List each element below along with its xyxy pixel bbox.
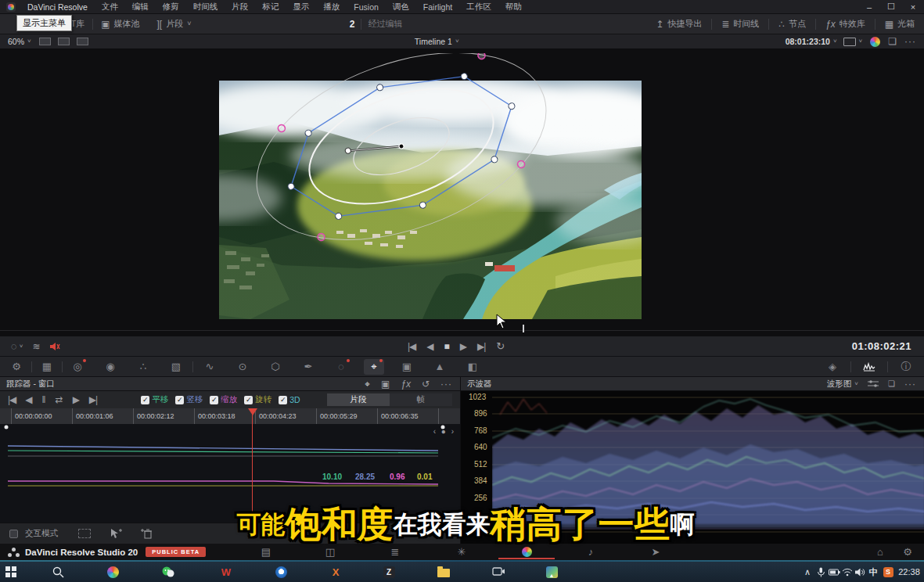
scope-expand-icon[interactable]: ❏ — [888, 380, 895, 388]
window-outline-toggle-icon[interactable]: ◌ — [11, 341, 17, 351]
menu-color[interactable]: 调色 — [386, 2, 416, 13]
quick-export-button[interactable]: ↥ 快捷导出 — [656, 18, 702, 30]
search-button[interactable] — [49, 563, 67, 580]
monitor-icon[interactable] — [843, 38, 856, 46]
tab-clip[interactable]: 片段 — [327, 393, 390, 406]
taskbar-app-browser-icon[interactable] — [271, 563, 290, 580]
scope-options-menu-icon[interactable]: ··· — [904, 379, 916, 389]
mute-icon[interactable] — [49, 342, 60, 351]
tab-frame[interactable]: 帧 — [390, 393, 452, 406]
sogou-tray-icon[interactable]: S — [881, 562, 895, 582]
effects-library-button[interactable]: ƒx 特效库 — [825, 18, 865, 30]
clock[interactable]: 22:38 — [895, 562, 923, 582]
step-back-button[interactable]: ◀ — [426, 341, 433, 352]
sizing-palette[interactable]: ▦ — [37, 359, 57, 375]
reset-icon[interactable]: ↺ — [422, 379, 430, 389]
nodes-panel-button[interactable]: ∴ 节点 — [778, 18, 806, 30]
pause-button[interactable]: ‖ — [42, 395, 46, 404]
taskbar-app-wechat-icon[interactable] — [158, 563, 177, 580]
loop-button[interactable]: ↻ — [496, 340, 505, 352]
tracker-playhead-flag[interactable] — [248, 408, 257, 420]
go-to-end-button[interactable]: ▶| — [477, 341, 485, 352]
taskbar-app-photos-icon[interactable]: ▲ — [542, 563, 561, 580]
interactive-mode-checkbox[interactable] — [9, 530, 18, 538]
scopes-panel-icon[interactable] — [859, 359, 879, 375]
tracker-palette[interactable]: ⌖ — [364, 359, 384, 375]
minimize-button[interactable]: – — [858, 2, 880, 12]
track-bidirectional-button[interactable]: ⇄ — [56, 395, 63, 404]
tray-expand-chevron[interactable]: ∧ — [801, 562, 814, 582]
stop-button[interactable]: ■ — [444, 341, 449, 352]
scope-settings-icon[interactable] — [868, 380, 879, 388]
color-wheels-palette[interactable]: ◎ — [67, 359, 88, 375]
viewer-jog-bar[interactable] — [0, 330, 924, 331]
unmix-icon[interactable]: ≋ — [32, 342, 40, 351]
hdr-grade-palette[interactable]: ◉ — [100, 359, 120, 375]
project-settings-button[interactable]: ⚙ — [892, 544, 923, 560]
tilt-checkbox[interactable]: ✓ — [175, 396, 184, 404]
motion-effects-palette[interactable]: ▧ — [166, 359, 186, 375]
taskbar-file-explorer-icon[interactable] — [434, 563, 453, 580]
tracker-ruler[interactable]: 00:00:00:00 00:00:01:06 00:00:02:12 00:0… — [0, 408, 460, 424]
go-to-start-button[interactable]: |◀ — [408, 341, 415, 352]
volume-tray-icon[interactable] — [853, 562, 867, 582]
menu-file[interactable]: 文件 — [95, 2, 125, 13]
play-button[interactable]: ▶ — [460, 341, 466, 352]
menu-playback[interactable]: 播放 — [316, 2, 347, 13]
video-frame[interactable] — [219, 81, 642, 319]
info-panel-icon[interactable]: ⓘ — [896, 359, 916, 375]
tracker-target-icon[interactable]: ⌖ — [365, 379, 370, 389]
add-tracker-point-icon[interactable] — [110, 528, 122, 539]
zoom-checkbox[interactable]: ✓ — [210, 396, 218, 404]
3d-checkbox[interactable]: ✓ — [279, 396, 287, 404]
notification-center-button[interactable] — [920, 562, 924, 582]
fullscreen-icon[interactable]: ❏ — [888, 37, 897, 46]
menu-view[interactable]: 显示 — [286, 2, 316, 13]
hue-qualifier-palette[interactable]: ⬡ — [265, 359, 286, 375]
insert-box-icon[interactable] — [78, 529, 91, 538]
magic-mask-palette[interactable]: ▣ — [397, 359, 417, 375]
menu-workspace[interactable]: 工作区 — [459, 2, 498, 13]
track-forward-button[interactable]: ▶ — [73, 395, 80, 404]
app-logo-icon[interactable] — [6, 2, 16, 12]
keyframe-nav[interactable]: ‹ ● › — [433, 427, 455, 436]
scope-mode-select[interactable]: 波形图 — [827, 379, 852, 390]
eyedropper-palette[interactable]: ✒ — [298, 359, 318, 375]
enhanced-viewer-mode-icon[interactable] — [77, 38, 88, 45]
project-manager-home-button[interactable]: ⌂ — [865, 544, 896, 560]
menu-trim[interactable]: 修剪 — [156, 2, 186, 13]
menu-fusion[interactable]: Fusion — [347, 2, 386, 12]
menu-mark[interactable]: 标记 — [255, 2, 286, 13]
taskbar-app-z-icon[interactable]: Z — [379, 563, 398, 580]
viewer-jog-playhead[interactable] — [523, 325, 524, 332]
clip-selector-button[interactable]: ][ 片段 ˅ — [156, 18, 191, 30]
start-button[interactable] — [2, 563, 20, 580]
stabilizer-icon[interactable]: ▣ — [381, 379, 390, 389]
delete-tracker-point-icon[interactable] — [141, 528, 153, 539]
menu-help[interactable]: 帮助 — [498, 2, 529, 13]
media-pool-button[interactable]: ▣ 媒体池 — [101, 18, 139, 30]
menu-timeline[interactable]: 时间线 — [186, 2, 225, 13]
keyframes-panel-icon[interactable]: ◈ — [822, 359, 843, 375]
timeline-panel-button[interactable]: ≣ 时间线 — [721, 18, 759, 30]
camera-raw-palette[interactable]: ⚙ — [6, 359, 27, 375]
qualifier-palette[interactable]: ⊙ — [232, 359, 253, 375]
track-to-start-button[interactable]: |◀ — [8, 395, 16, 404]
taskbar-app-wps-icon[interactable]: W — [217, 563, 235, 580]
taskbar-app-color-icon[interactable] — [103, 563, 122, 580]
viewer-options-menu-icon[interactable]: ··· — [904, 37, 916, 46]
color-viewer-icon[interactable] — [870, 37, 880, 47]
fx-mode-icon[interactable]: ƒx — [401, 379, 411, 389]
ime-indicator[interactable]: 中 — [867, 562, 879, 582]
battery-tray-icon[interactable] — [826, 562, 842, 582]
taskbar-app-xmind-icon[interactable]: X — [326, 563, 345, 580]
split-viewer-mode-icon[interactable] — [58, 38, 70, 45]
pan-checkbox[interactable]: ✓ — [141, 396, 149, 404]
menu-edit[interactable]: 编辑 — [125, 2, 156, 13]
blur-palette[interactable]: ▲ — [430, 359, 450, 375]
menu-clip[interactable]: 片段 — [225, 2, 255, 13]
single-viewer-mode-icon[interactable] — [39, 38, 51, 45]
lightbox-button[interactable]: ▦ 光箱 — [885, 18, 915, 30]
menu-fairlight[interactable]: Fairlight — [416, 2, 459, 12]
timeline-selector[interactable]: Timeline 1 — [415, 37, 452, 46]
